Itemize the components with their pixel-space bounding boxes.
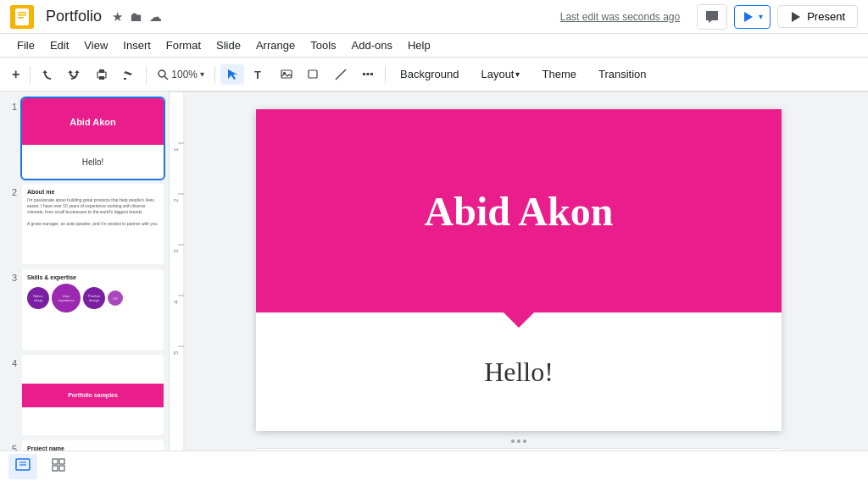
svg-rect-9 (99, 76, 104, 80)
thumb1-bottom: Hello! (22, 145, 164, 179)
text-tool[interactable]: T (248, 64, 271, 85)
slide-preview-4[interactable]: Portfolio samples (22, 355, 164, 435)
slide-bottom-section: Hello! (256, 312, 782, 431)
menu-bar: File Edit View Insert Format Slide Arran… (0, 34, 868, 58)
circle-4: UX (108, 290, 123, 306)
slide-main-title[interactable]: Abid Akon (425, 188, 614, 235)
redo-button[interactable] (63, 64, 86, 85)
svg-rect-18 (363, 73, 365, 75)
motion-dropdown-icon: ▾ (759, 12, 763, 21)
svg-marker-5 (744, 12, 753, 22)
layout-button[interactable]: Layout ▾ (471, 64, 529, 84)
svg-rect-63 (59, 466, 64, 471)
separator-4 (385, 66, 386, 83)
slide-main[interactable]: Abid Akon Hello! (256, 109, 782, 431)
slide-preview-2[interactable]: About me I'm passionate about building g… (22, 184, 164, 264)
circle-2: Userexperience (52, 284, 81, 312)
comment-button[interactable] (697, 4, 727, 30)
add-button[interactable]: + (7, 64, 25, 86)
slide-preview-3[interactable]: Skills & expertise Nationdesig Userexper… (22, 269, 164, 350)
grid-view-button[interactable] (44, 454, 73, 479)
menu-file[interactable]: File (10, 37, 42, 53)
more-tool[interactable] (356, 64, 380, 85)
slide-preview-1[interactable]: Abid Akon Hello! (22, 98, 164, 179)
slide-divider-arrow (504, 312, 534, 328)
svg-marker-12 (228, 69, 237, 80)
circle-3: Productdesign (83, 287, 105, 309)
top-right-actions: ▾ Present (697, 4, 858, 30)
menu-help[interactable]: Help (401, 37, 437, 53)
undo-button[interactable] (36, 64, 59, 85)
thumb3-heading: Skills & expertise (27, 274, 159, 280)
separator-3 (214, 66, 215, 83)
cursor-tool[interactable] (220, 64, 244, 85)
zoom-button[interactable]: 100% ▾ (152, 65, 209, 84)
drag-dot-1 (511, 440, 515, 443)
slide-num-3: 3 (5, 269, 17, 283)
slides-panel: 1 Abid Akon Hello! 2 About me I'm passio… (0, 91, 170, 451)
menu-addons[interactable]: Add-ons (345, 37, 399, 53)
separator-2 (146, 66, 147, 83)
image-tool[interactable] (275, 64, 298, 85)
menu-format[interactable]: Format (159, 37, 208, 53)
bottom-bar (0, 451, 868, 481)
svg-rect-3 (18, 14, 26, 16)
svg-line-11 (164, 76, 168, 80)
motion-button[interactable]: ▾ (734, 5, 771, 29)
thumb1-subtitle: Hello! (82, 158, 104, 167)
present-button[interactable]: Present (777, 5, 858, 28)
slide-num-4: 4 (5, 355, 17, 368)
svg-text:5: 5 (172, 351, 180, 355)
thumb1-title: Abid Akon (70, 117, 116, 127)
svg-marker-6 (792, 12, 800, 22)
paintformat-button[interactable] (117, 64, 141, 85)
slide-preview-5[interactable]: Project name (22, 440, 164, 451)
svg-rect-16 (309, 70, 317, 78)
ruler-vertical: 1 2 3 4 5 (170, 92, 185, 451)
drag-handle[interactable] (508, 436, 530, 446)
list-view-button[interactable] (8, 454, 37, 479)
print-button[interactable] (90, 64, 114, 85)
thumb2-heading: About me (27, 189, 159, 195)
line-tool[interactable] (329, 64, 353, 85)
svg-rect-61 (59, 459, 64, 464)
last-edit-text: Last edit was seconds ago (560, 11, 680, 23)
slide-thumb-2: 2 About me I'm passionate about building… (5, 184, 164, 264)
slide-top-section: Abid Akon (256, 109, 782, 312)
layout-label: Layout (481, 68, 514, 80)
menu-tools[interactable]: Tools (303, 37, 342, 53)
menu-insert[interactable]: Insert (116, 37, 158, 53)
slide-num-5: 5 (5, 440, 17, 451)
menu-arrange[interactable]: Arrange (249, 37, 302, 53)
doc-title: Portfolio (46, 8, 102, 25)
svg-rect-45 (170, 92, 185, 451)
menu-slide[interactable]: Slide (209, 37, 248, 53)
folder-icon[interactable]: 🖿 (130, 9, 142, 24)
title-icons: ★ 🖿 ☁ (112, 9, 162, 25)
slide-thumb-5: 5 Project name (5, 440, 164, 451)
star-icon[interactable]: ★ (112, 9, 123, 25)
thumb5-heading: Project name (27, 445, 159, 451)
svg-rect-14 (281, 70, 292, 78)
menu-view[interactable]: View (77, 37, 114, 53)
slide-thumb-1: 1 Abid Akon Hello! (5, 98, 164, 179)
theme-button[interactable]: Theme (532, 64, 585, 84)
svg-text:3: 3 (172, 249, 180, 253)
background-button[interactable]: Background (391, 64, 468, 84)
slide-main-subtitle[interactable]: Hello! (484, 357, 554, 388)
svg-rect-20 (370, 73, 373, 75)
transition-button[interactable]: Transition (589, 64, 656, 84)
app-logo (10, 5, 34, 29)
slide-num-1: 1 (5, 98, 17, 112)
svg-rect-8 (99, 69, 104, 73)
present-label: Present (807, 10, 845, 23)
menu-edit[interactable]: Edit (43, 37, 75, 53)
speaker-notes[interactable]: Click to add speaker notes (256, 448, 782, 451)
svg-line-17 (336, 69, 346, 80)
svg-text:T: T (254, 69, 261, 81)
svg-rect-2 (18, 12, 26, 14)
svg-rect-62 (53, 466, 58, 471)
svg-rect-60 (53, 459, 58, 464)
thumb1-top: Abid Akon (22, 98, 164, 145)
shapes-tool[interactable] (302, 64, 326, 85)
